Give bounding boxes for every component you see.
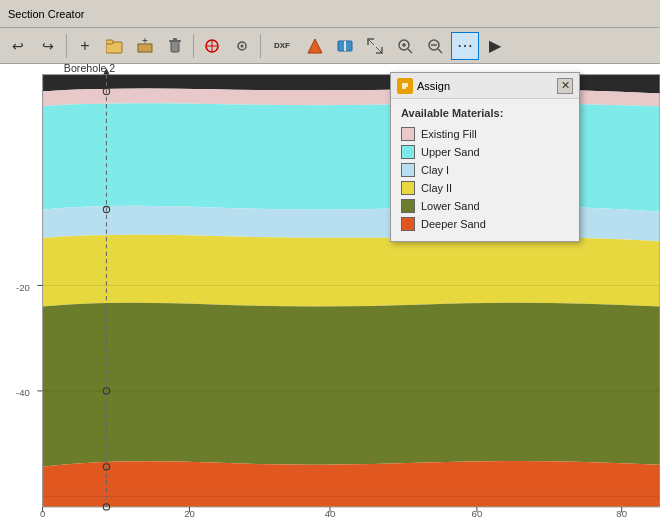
assign-title-bar[interactable]: Assign ✕ <box>391 73 579 99</box>
svg-rect-6 <box>173 38 177 41</box>
material-label-5: Deeper Sand <box>421 218 486 230</box>
material-color-3 <box>401 181 415 195</box>
svg-text:Borehole 2: Borehole 2 <box>64 64 116 74</box>
material-label-3: Clay II <box>421 182 452 194</box>
settings-button[interactable] <box>228 32 256 60</box>
main-area: Borehole 2 -20 -40 0 20 40 60 80 <box>0 64 660 528</box>
open-button[interactable] <box>101 32 129 60</box>
svg-point-11 <box>241 44 244 47</box>
toolbar-separator-3 <box>260 34 261 58</box>
redo-button[interactable]: ↪ <box>34 32 62 60</box>
material-color-0 <box>401 127 415 141</box>
zoom-out-button[interactable] <box>421 32 449 60</box>
svg-rect-1 <box>106 40 113 44</box>
material-item-5[interactable]: Deeper Sand <box>401 215 569 233</box>
svg-text:-40: -40 <box>16 387 30 398</box>
material-color-5 <box>401 217 415 231</box>
expand-button[interactable] <box>361 32 389 60</box>
materials-list: Existing FillUpper SandClay IClay IILowe… <box>401 125 569 233</box>
toolbar-separator-1 <box>66 34 67 58</box>
svg-marker-12 <box>308 39 322 53</box>
material-label-1: Upper Sand <box>421 146 480 158</box>
snap-button[interactable] <box>198 32 226 60</box>
close-button[interactable]: ✕ <box>557 78 573 94</box>
extra-button[interactable]: ▶ <box>481 32 509 60</box>
zoom-in-button[interactable] <box>391 32 419 60</box>
available-materials-label: Available Materials: <box>401 107 569 119</box>
material-label-2: Clay I <box>421 164 449 176</box>
material-color-2 <box>401 163 415 177</box>
title-bar: Section Creator <box>0 0 660 28</box>
svg-rect-4 <box>171 41 179 52</box>
add-item-button[interactable]: + <box>131 32 159 60</box>
assign-dialog: Assign ✕ Available Materials: Existing F… <box>390 72 580 242</box>
dialog-title: Assign <box>417 80 450 92</box>
dxf-button[interactable]: DXF <box>265 32 299 60</box>
dialog-title-left: Assign <box>397 78 450 94</box>
svg-line-16 <box>376 47 382 53</box>
svg-line-22 <box>438 49 442 53</box>
material-item-1[interactable]: Upper Sand <box>401 143 569 161</box>
svg-text:-20: -20 <box>16 282 30 293</box>
dialog-icon <box>397 78 413 94</box>
toolbar: ↩ ↪ + + DXF ⋯ ▶ <box>0 28 660 64</box>
undo-button[interactable]: ↩ <box>4 32 32 60</box>
svg-line-15 <box>368 39 374 45</box>
material-item-4[interactable]: Lower Sand <box>401 197 569 215</box>
svg-text:+: + <box>142 38 148 46</box>
toolbar-separator-2 <box>193 34 194 58</box>
material-item-0[interactable]: Existing Fill <box>401 125 569 143</box>
svg-line-18 <box>408 49 412 53</box>
material-item-3[interactable]: Clay II <box>401 179 569 197</box>
material-color-1 <box>401 145 415 159</box>
assign-body: Available Materials: Existing FillUpper … <box>391 99 579 241</box>
material-label-4: Lower Sand <box>421 200 480 212</box>
material-item-2[interactable]: Clay I <box>401 161 569 179</box>
delete-button[interactable] <box>161 32 189 60</box>
tool1-button[interactable] <box>301 32 329 60</box>
dotted-button[interactable]: ⋯ <box>451 32 479 60</box>
tool2-button[interactable] <box>331 32 359 60</box>
material-label-0: Existing Fill <box>421 128 477 140</box>
app-title: Section Creator <box>8 8 84 20</box>
new-button[interactable]: + <box>71 32 99 60</box>
material-color-4 <box>401 199 415 213</box>
